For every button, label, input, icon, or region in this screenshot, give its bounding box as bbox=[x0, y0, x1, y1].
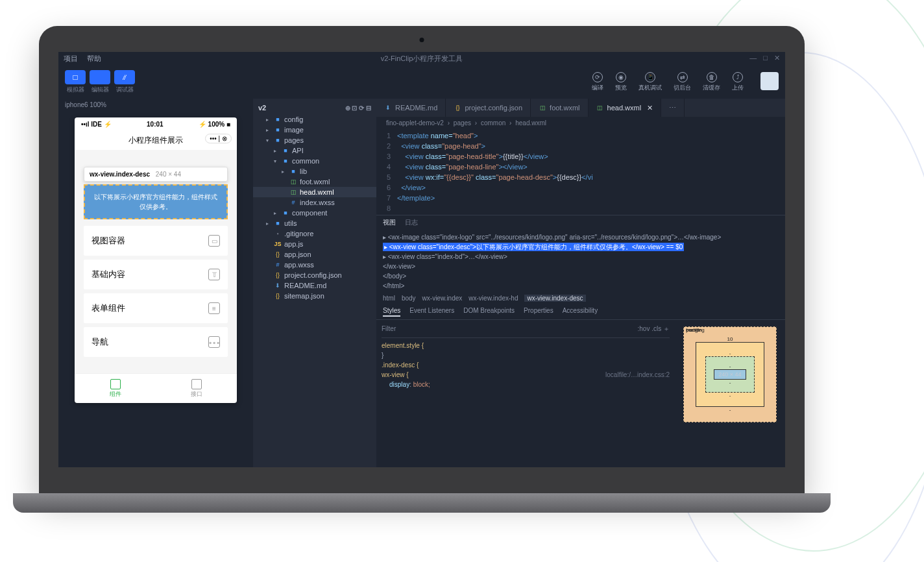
tree-item[interactable]: ⬇README.md bbox=[253, 280, 376, 291]
code-line[interactable]: 3 <view class="page-head-title">{{title}… bbox=[376, 151, 785, 162]
menu-item[interactable]: 基础内容𝕋 bbox=[84, 260, 228, 289]
toolbar: □模拟器编辑器⫽调试器 ⟳编译◉预览📱真机调试⇄切后台🗑清缓存⤴上传 bbox=[58, 65, 785, 99]
phone-tab[interactable]: 接口 bbox=[156, 374, 237, 403]
code-line[interactable]: 1<template name="head"> bbox=[376, 130, 785, 141]
tab-overflow[interactable]: ⋯ bbox=[661, 99, 685, 117]
minimize-icon[interactable]: — bbox=[749, 54, 757, 62]
dom-tree[interactable]: ▸ <wx-image class="index-logo" src="../r… bbox=[376, 230, 785, 292]
tree-item[interactable]: {}project.config.json bbox=[253, 270, 376, 280]
tree-item[interactable]: #app.wxss bbox=[253, 260, 376, 270]
tree-item[interactable]: JSapp.js bbox=[253, 239, 376, 249]
highlighted-element[interactable]: 以下将展示小程序官方组件能力，组件样式仅供参考。 bbox=[84, 184, 228, 219]
camera-dot bbox=[420, 38, 424, 42]
tree-item[interactable]: ◫foot.wxml bbox=[253, 177, 376, 187]
tree-item[interactable]: ▸■utils bbox=[253, 218, 376, 228]
phone-content: wx-view.index-desc 240 × 44 以下将展示小程序官方组件… bbox=[75, 150, 237, 373]
clock: 10:01 bbox=[147, 121, 164, 128]
laptop-frame: 项目 帮助 v2-FinClip小程序开发工具 — □ ✕ □模拟器编辑器⫽调试… bbox=[39, 26, 805, 532]
explorer-root[interactable]: v2 ⊕ ⊡ ⟳ ⊟ bbox=[253, 101, 376, 114]
tree-item[interactable]: ▾■pages bbox=[253, 135, 376, 145]
avatar[interactable] bbox=[760, 72, 779, 90]
tree-item[interactable]: {}sitemap.json bbox=[253, 291, 376, 301]
toolbar-action[interactable]: ⇄切后台 bbox=[674, 72, 691, 92]
tree-item[interactable]: ▸■component bbox=[253, 208, 376, 218]
editor-tabs: ⬇README.md{}project.config.json◫foot.wxm… bbox=[376, 99, 785, 117]
close-icon[interactable]: ✕ bbox=[774, 54, 780, 62]
file-explorer: v2 ⊕ ⊡ ⟳ ⊟ ▸■config▸■image▾■pages▸■API▾■… bbox=[253, 99, 376, 467]
tree-item[interactable]: ▸■config bbox=[253, 114, 376, 125]
code-line[interactable]: 2 <view class="page-head"> bbox=[376, 141, 785, 151]
toolbar-button[interactable]: 编辑器 bbox=[90, 70, 110, 94]
laptop-base bbox=[13, 493, 831, 513]
editor-tab[interactable]: ◫head.wxml✕ bbox=[589, 99, 662, 117]
code-line[interactable]: 4 <view class="page-head-line"></view> bbox=[376, 162, 785, 172]
tree-item[interactable]: #index.wxss bbox=[253, 197, 376, 208]
window-title: v2-FinClip小程序开发工具 bbox=[381, 54, 463, 64]
simulator-panel: iphone6 100% ••ıl IDE ⚡ 10:01 ⚡ 100% ■ 小… bbox=[58, 99, 253, 467]
signal-indicator: ••ıl IDE ⚡ bbox=[81, 121, 112, 128]
toolbar-button[interactable]: ⫽调试器 bbox=[114, 70, 135, 94]
menu-project[interactable]: 项目 bbox=[64, 54, 78, 64]
menu-item[interactable]: 视图容器▭ bbox=[84, 226, 228, 256]
capsule-button[interactable]: ••• | ⊗ bbox=[205, 134, 232, 143]
phone-statusbar: ••ıl IDE ⚡ 10:01 ⚡ 100% ■ bbox=[75, 117, 237, 131]
workspace: iphone6 100% ••ıl IDE ⚡ 10:01 ⚡ 100% ■ 小… bbox=[58, 99, 785, 467]
inspector-tooltip: wx-view.index-desc 240 × 44 bbox=[84, 167, 228, 182]
code-line[interactable]: 7</template> bbox=[376, 193, 785, 203]
breadcrumb[interactable]: fino-applet-demo-v2 › pages › common › h… bbox=[376, 117, 785, 129]
toolbar-action[interactable]: ⟳编译 bbox=[592, 72, 603, 92]
tree-item[interactable]: ▸■API bbox=[253, 145, 376, 156]
menu-help[interactable]: 帮助 bbox=[87, 54, 101, 64]
styles-toggles[interactable]: :hov .cls ＋ bbox=[638, 324, 670, 334]
toolbar-action[interactable]: ⤴上传 bbox=[732, 72, 744, 92]
editor-area: ⬇README.md{}project.config.json◫foot.wxm… bbox=[376, 99, 785, 467]
code-editor[interactable]: 1<template name="head">2 <view class="pa… bbox=[376, 129, 785, 215]
devtools: 视图 日志 ▸ <wx-image class="index-logo" src… bbox=[376, 215, 785, 429]
editor-tab[interactable]: ⬇README.md bbox=[376, 99, 446, 117]
styles-pane[interactable]: Filter :hov .cls ＋ element.style {}.inde… bbox=[376, 320, 675, 429]
ide-window: 项目 帮助 v2-FinClip小程序开发工具 — □ ✕ □模拟器编辑器⫽调试… bbox=[58, 52, 785, 467]
phone-tabbar: 组件接口 bbox=[75, 373, 237, 403]
tree-item[interactable]: ◦.gitignore bbox=[253, 228, 376, 239]
editor-tab[interactable]: {}project.config.json bbox=[446, 99, 531, 117]
tree-item[interactable]: ◫head.wxml bbox=[253, 187, 376, 197]
toolbar-action[interactable]: 📱真机调试 bbox=[638, 72, 662, 92]
code-line[interactable]: 8 bbox=[376, 203, 785, 214]
tree-item[interactable]: {}app.json bbox=[253, 249, 376, 260]
toolbar-action[interactable]: 🗑清缓存 bbox=[703, 72, 720, 92]
dom-breadcrumb[interactable]: htmlbodywx-view.indexwx-view.index-hdwx-… bbox=[376, 292, 785, 304]
tree-item[interactable]: ▸■lib bbox=[253, 166, 376, 177]
phone-tab[interactable]: 组件 bbox=[75, 374, 156, 403]
explorer-actions[interactable]: ⊕ ⊡ ⟳ ⊟ bbox=[345, 104, 371, 112]
toolbar-button[interactable]: □模拟器 bbox=[65, 70, 86, 94]
box-model: margin 10 border - padding - 240 × 44 - … bbox=[675, 320, 785, 429]
page-title: 小程序组件展示 ••• | ⊗ bbox=[75, 131, 237, 150]
menu-item[interactable]: 导航∘∘∘ bbox=[84, 327, 228, 357]
maximize-icon[interactable]: □ bbox=[763, 54, 768, 62]
menu-item[interactable]: 表单组件≡ bbox=[84, 293, 228, 323]
tree-item[interactable]: ▾■common bbox=[253, 156, 376, 166]
devtools-panels[interactable]: StylesEvent ListenersDOM BreakpointsProp… bbox=[376, 304, 785, 320]
code-line[interactable]: 5 <view wx:if="{{desc}}" class="page-hea… bbox=[376, 172, 785, 182]
toolbar-action[interactable]: ◉预览 bbox=[615, 72, 627, 92]
window-controls: — □ ✕ bbox=[749, 54, 780, 62]
battery-indicator: ⚡ 100% ■ bbox=[199, 121, 230, 128]
editor-tab[interactable]: ◫foot.wxml bbox=[531, 99, 588, 117]
tree-item[interactable]: ▸■image bbox=[253, 125, 376, 135]
code-line[interactable]: 6 </view> bbox=[376, 182, 785, 193]
styles-filter[interactable]: Filter bbox=[382, 324, 396, 334]
phone-mockup: ••ıl IDE ⚡ 10:01 ⚡ 100% ■ 小程序组件展示 ••• | … bbox=[75, 117, 237, 403]
devtools-tabs[interactable]: 视图 日志 bbox=[376, 215, 785, 230]
simulator-device[interactable]: iphone6 100% bbox=[58, 99, 253, 111]
